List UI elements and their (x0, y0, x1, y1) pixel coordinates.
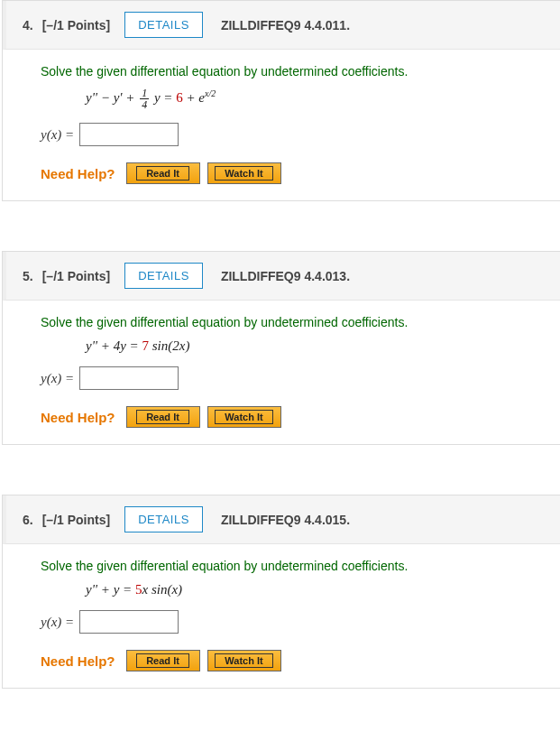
read-it-button[interactable]: Read It (126, 650, 200, 671)
answer-input[interactable] (79, 366, 179, 390)
question-body: Solve the given differential equation by… (3, 544, 560, 688)
question-code: ZILLDIFFEQ9 4.4.011. (221, 18, 350, 32)
question-4: 4. [–/1 Points] DETAILS ZILLDIFFEQ9 4.4.… (2, 0, 560, 201)
fraction: 1 4 (140, 88, 149, 110)
instruction-text: Solve the given differential equation by… (41, 559, 551, 573)
answer-label: y(x) = (41, 615, 74, 630)
question-points: [–/1 Points] (42, 269, 110, 283)
question-code: ZILLDIFFEQ9 4.4.015. (221, 513, 350, 527)
need-help-label: Need Help? (41, 166, 115, 181)
question-6: 6. [–/1 Points] DETAILS ZILLDIFFEQ9 4.4.… (2, 495, 560, 689)
answer-input[interactable] (79, 123, 179, 146)
watch-it-button[interactable]: Watch It (207, 162, 281, 184)
equation: y'' − y' + 1 4 y = 6 + ex/2 (86, 88, 551, 110)
equation: y'' + y = 5x sin(x) (86, 582, 551, 597)
details-button[interactable]: DETAILS (124, 506, 203, 532)
question-number: 5. (23, 269, 33, 283)
details-button[interactable]: DETAILS (124, 12, 203, 38)
question-5: 5. [–/1 Points] DETAILS ZILLDIFFEQ9 4.4.… (2, 251, 560, 445)
question-body: Solve the given differential equation by… (3, 50, 560, 200)
need-help-label: Need Help? (41, 410, 115, 425)
read-it-button[interactable]: Read It (126, 162, 200, 184)
answer-input[interactable] (79, 610, 179, 634)
question-body: Solve the given differential equation by… (3, 301, 560, 444)
instruction-text: Solve the given differential equation by… (41, 315, 551, 329)
question-header: 5. [–/1 Points] DETAILS ZILLDIFFEQ9 4.4.… (3, 252, 560, 301)
help-row: Need Help? Read It Watch It (41, 650, 551, 671)
equation: y'' + 4y = 7 sin(2x) (86, 338, 551, 354)
answer-row: y(x) = (41, 366, 551, 390)
help-row: Need Help? Read It Watch It (41, 162, 551, 184)
details-button[interactable]: DETAILS (124, 263, 203, 289)
read-it-button[interactable]: Read It (126, 406, 200, 428)
question-number: 6. (23, 513, 33, 527)
answer-label: y(x) = (41, 127, 74, 143)
answer-label: y(x) = (41, 371, 74, 386)
answer-row: y(x) = (41, 123, 551, 146)
help-row: Need Help? Read It Watch It (41, 406, 551, 428)
question-number: 4. (23, 18, 33, 32)
question-points: [–/1 Points] (42, 18, 110, 32)
question-header: 6. [–/1 Points] DETAILS ZILLDIFFEQ9 4.4.… (3, 495, 560, 544)
question-points: [–/1 Points] (42, 513, 110, 527)
watch-it-button[interactable]: Watch It (207, 650, 281, 671)
question-header: 4. [–/1 Points] DETAILS ZILLDIFFEQ9 4.4.… (3, 1, 560, 50)
need-help-label: Need Help? (41, 653, 115, 669)
question-code: ZILLDIFFEQ9 4.4.013. (221, 269, 350, 283)
watch-it-button[interactable]: Watch It (207, 406, 281, 428)
answer-row: y(x) = (41, 610, 551, 634)
instruction-text: Solve the given differential equation by… (41, 64, 551, 79)
